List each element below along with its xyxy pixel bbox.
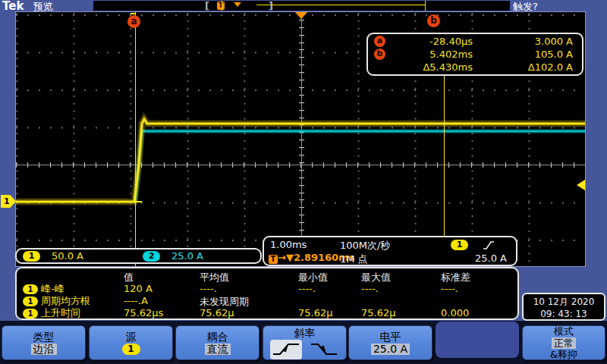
- measurement-min: 75.62µ: [298, 307, 361, 319]
- measurement-max: ----.: [361, 283, 441, 295]
- measurement-std: [441, 295, 517, 307]
- ch2-trace: [135, 131, 586, 203]
- ch1-ground-marker[interactable]: 1: [1, 195, 16, 208]
- arrow-right-icon: →: [278, 252, 286, 263]
- measurement-value: 75.62µs: [124, 307, 200, 319]
- trigger-source-badge: 1: [451, 240, 468, 250]
- slope-falling-icon[interactable]: [308, 340, 340, 359]
- cursor-a-time: -28.40µs: [397, 36, 473, 47]
- window-bracket-left-icon: [: [205, 0, 209, 11]
- ch1-badge: 1: [23, 284, 38, 294]
- trigger-level-readout: 25.0 A: [475, 253, 507, 264]
- measurement-row-label: 1 峰-峰: [23, 283, 124, 295]
- measurement-mean: 75.62µ: [200, 307, 298, 319]
- menu-button-slope[interactable]: 斜率: [263, 325, 347, 360]
- col-header-min: 最小值: [298, 271, 361, 283]
- measurement-mean: ----.: [200, 283, 298, 295]
- softkey-menu-bar: 类型 边沿 源 1 耦合 直流 斜率: [0, 321, 607, 364]
- measurement-row-label: 1 周期均方根: [23, 295, 124, 307]
- cursor-delta-value: Δ102.0 A: [473, 61, 573, 73]
- cursor-delta-time: Δ5.430ms: [397, 61, 473, 73]
- trigger-position-icon[interactable]: [295, 12, 307, 19]
- menu-button-coupling[interactable]: 耦合 直流: [175, 325, 259, 360]
- cursor-a-line: [135, 12, 136, 267]
- button-value: 正常: [552, 337, 576, 349]
- button-title: 耦合: [207, 331, 228, 343]
- record-length: 1M 点: [340, 253, 368, 266]
- record-cursor-b-mark: [425, 1, 426, 11]
- cursor-a-icon: a: [374, 36, 385, 47]
- button-value-2: &释抑: [550, 350, 577, 360]
- record-trigger-position-icon: [234, 2, 241, 7]
- timebase-readout-box: 1.00ms 100M次/秒 1 T→▼2.89160ms 1M 点 25.0 …: [263, 236, 517, 266]
- cursor-a-top-tick: [131, 13, 135, 14]
- cursor-b-time: 5.402ms: [397, 49, 473, 60]
- col-header-mean: 平均值: [200, 271, 298, 283]
- menu-button-mode[interactable]: 模式 正常 &释抑: [522, 325, 605, 360]
- window-bracket-right-icon: ]: [269, 0, 273, 11]
- ch1-badge: 1: [23, 309, 38, 318]
- record-view-bar: [ ] T: [93, 1, 510, 11]
- button-value: 边沿: [31, 344, 57, 355]
- time-label: 09: 43: 13: [524, 308, 604, 320]
- measurement-max: 75.62µ: [361, 307, 441, 319]
- col-header-std: 标准差: [441, 271, 517, 283]
- top-status-bar: Tek 预览 [ ] T 触发?: [0, 0, 607, 11]
- menu-button-type[interactable]: 类型 边沿: [2, 325, 86, 360]
- col-header-max: 最大值: [361, 271, 441, 283]
- slope-rising-icon[interactable]: [270, 340, 302, 359]
- measurement-min: [298, 295, 361, 307]
- ch1-badge: 1: [23, 297, 38, 306]
- button-title: 模式: [554, 326, 574, 337]
- measurement-value: ----.A: [124, 295, 200, 307]
- ch2-scale: 25.0 A: [171, 250, 203, 262]
- button-title: 源: [126, 331, 137, 343]
- cursor-b-value: 105.0 A: [473, 49, 573, 60]
- measurement-row-label: 1 上升时间: [23, 307, 124, 319]
- timebase-scale: 1.00ms: [270, 239, 307, 250]
- ch2-badge[interactable]: 2: [143, 251, 160, 262]
- waveform-graticule: a -28.40µs 3.000 A b 5.402ms 105.0 A Δ5.…: [15, 11, 586, 267]
- measurement-std: 0.000: [441, 307, 517, 319]
- cursor-b-icon: b: [374, 49, 385, 60]
- ch1-scale: 50.0 A: [52, 250, 83, 262]
- trigger-slope-icon: [483, 240, 495, 250]
- ch1-badge[interactable]: 1: [23, 251, 40, 262]
- cursor-a-value: 3.000 A: [473, 36, 573, 47]
- sample-rate: 100M次/秒: [340, 239, 390, 253]
- measurement-name: 上升时间: [41, 306, 80, 320]
- measurement-max: [361, 295, 441, 307]
- measurement-std: ----.: [441, 283, 517, 295]
- cursor-readout-box: a -28.40µs 3.000 A b 5.402ms 105.0 A Δ5.…: [366, 33, 583, 76]
- record-waveform-overview: [256, 5, 425, 5]
- menu-button-source[interactable]: 源 1: [89, 325, 173, 360]
- record-trigger-icon: T: [217, 2, 225, 10]
- button-title: 电平: [380, 331, 401, 343]
- measurement-value: 120 A: [124, 283, 200, 295]
- measurement-mean: 未发现周期: [200, 295, 298, 307]
- cursor-a-level-tick: [130, 201, 142, 202]
- source-channel-badge: 1: [122, 344, 140, 355]
- cursor-b-flag[interactable]: b: [427, 14, 440, 27]
- button-title: 类型: [33, 331, 55, 343]
- button-value: 直流: [205, 344, 231, 355]
- col-header-value: 值: [124, 271, 200, 283]
- trigger-level-arrow-icon[interactable]: [577, 180, 585, 190]
- record-cursor-a-mark: [222, 1, 222, 11]
- trigger-t-icon: T: [269, 255, 278, 264]
- menu-button-level[interactable]: 电平 25.0 A: [348, 325, 432, 360]
- cursor-a-flag[interactable]: a: [127, 15, 140, 28]
- channel-readout-box: 1 50.0 A 2 25.0 A: [15, 248, 262, 264]
- date-label: 10 12月 2020: [524, 296, 604, 308]
- empty-menu-slot: [436, 322, 519, 358]
- trigger-marker-icon: ▼: [286, 252, 294, 263]
- measurement-min: ----.: [298, 283, 361, 295]
- measurement-table: 值 平均值 最小值 最大值 标准差 1 峰-峰 120 A ----. ----…: [15, 267, 519, 320]
- button-value: 25.0 A: [371, 344, 410, 355]
- datetime-box: 10 12月 2020 09: 43: 13: [522, 293, 605, 321]
- oscilloscope-screen: Tek 预览 [ ] T 触发?: [0, 0, 607, 364]
- button-title: 斜率: [294, 327, 316, 339]
